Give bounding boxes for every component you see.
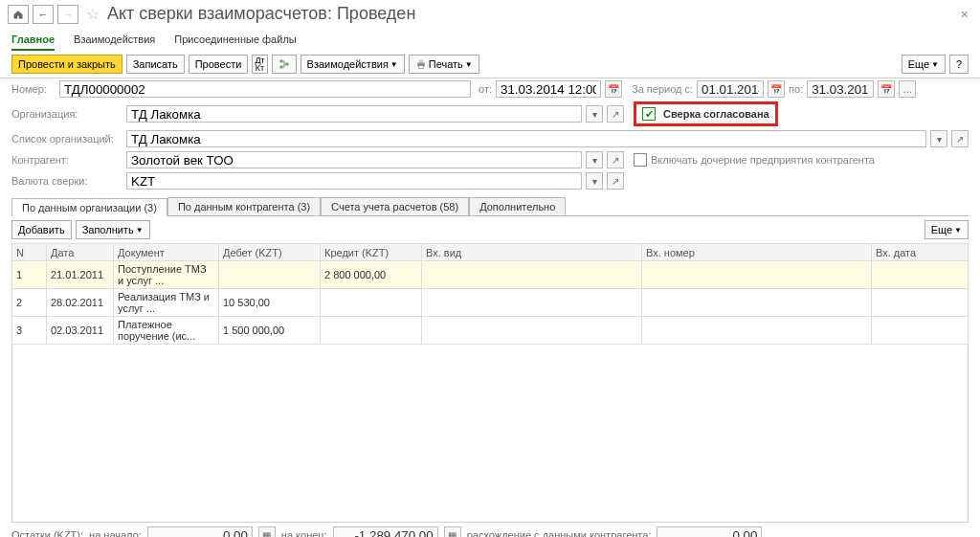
approved-highlight: ✔ Сверка согласована bbox=[634, 101, 778, 126]
table-row[interactable]: 302.03.2011Платежное поручение (ис...1 5… bbox=[12, 317, 969, 345]
page-title: Акт сверки взаиморасчетов: Проведен bbox=[107, 4, 953, 24]
col-in-date[interactable]: Вх. дата bbox=[872, 244, 969, 261]
svg-rect-1 bbox=[279, 66, 282, 69]
diff-label: расхождение с данными контрагента: bbox=[467, 529, 652, 537]
col-in-num[interactable]: Вх. номер bbox=[642, 244, 872, 261]
currency-dropdown-icon[interactable]: ▾ bbox=[586, 172, 603, 190]
back-button[interactable]: ← bbox=[33, 5, 54, 24]
tab-interactions[interactable]: Взаимодействия bbox=[74, 30, 155, 51]
end-label: на конец: bbox=[281, 529, 327, 537]
add-button[interactable]: Добавить bbox=[11, 220, 72, 239]
org-label: Организация: bbox=[11, 108, 122, 120]
period-to-label: по: bbox=[789, 83, 803, 95]
org-list-label: Список организаций: bbox=[11, 133, 122, 145]
post-and-close-button[interactable]: Провести и закрыть bbox=[11, 55, 122, 74]
save-button[interactable]: Записать bbox=[126, 55, 185, 74]
svg-rect-5 bbox=[419, 66, 424, 69]
col-in-type[interactable]: Вх. вид bbox=[422, 244, 642, 261]
post-button[interactable]: Провести bbox=[189, 55, 249, 74]
org-list-input[interactable] bbox=[126, 130, 926, 147]
counterparty-input[interactable] bbox=[126, 151, 582, 168]
counterparty-label: Контрагент: bbox=[11, 154, 122, 166]
more-button[interactable]: Еще▼ bbox=[902, 55, 946, 74]
forward-button[interactable]: → bbox=[57, 5, 78, 24]
subtab-additional[interactable]: Дополнительно bbox=[469, 197, 566, 215]
counterparty-dropdown-icon[interactable]: ▾ bbox=[586, 151, 603, 168]
table-row[interactable]: 121.01.2011Поступление ТМЗ и услуг ...2 … bbox=[12, 261, 969, 289]
number-input[interactable] bbox=[59, 80, 471, 98]
start-balance bbox=[147, 526, 253, 537]
include-children-label: Включать дочерние предприятия контрагент… bbox=[651, 154, 875, 166]
end-calc-icon[interactable]: ▦ bbox=[444, 526, 461, 537]
col-doc[interactable]: Документ bbox=[114, 244, 219, 261]
subtab-accounts[interactable]: Счета учета расчетов (58) bbox=[321, 197, 469, 215]
approved-label: Сверка согласована bbox=[663, 108, 769, 120]
period-from-input[interactable] bbox=[697, 80, 764, 98]
period-to-input[interactable] bbox=[807, 80, 874, 98]
balances-label: Остатки (KZT): bbox=[11, 529, 83, 537]
dt-kt-button[interactable]: ДтКт bbox=[252, 55, 267, 74]
number-label: Номер: bbox=[11, 83, 56, 95]
table-scroll[interactable] bbox=[11, 345, 969, 523]
currency-label: Валюта сверки: bbox=[11, 175, 122, 187]
fill-button[interactable]: Заполнить▼ bbox=[76, 220, 150, 239]
interactions-button[interactable]: Взаимодействия▼ bbox=[301, 55, 405, 74]
end-balance bbox=[333, 526, 438, 537]
svg-rect-0 bbox=[279, 60, 282, 63]
structure-button[interactable] bbox=[272, 55, 297, 74]
main-nav: Главное Взаимодействия Присоединенные фа… bbox=[0, 24, 980, 51]
help-button[interactable]: ? bbox=[949, 55, 969, 74]
diff-balance bbox=[657, 526, 762, 537]
date-input[interactable] bbox=[496, 80, 601, 98]
org-open-icon[interactable]: ↗ bbox=[607, 105, 624, 123]
svg-rect-2 bbox=[285, 63, 288, 66]
svg-rect-4 bbox=[419, 60, 424, 63]
org-input[interactable] bbox=[126, 105, 582, 123]
currency-open-icon[interactable]: ↗ bbox=[607, 172, 624, 190]
include-children-checkbox[interactable] bbox=[634, 153, 647, 167]
col-date[interactable]: Дата bbox=[47, 244, 114, 261]
period-label: За период с: bbox=[632, 83, 693, 95]
period-select-button[interactable]: … bbox=[899, 80, 916, 98]
start-label: на начало: bbox=[89, 529, 142, 537]
approved-checkbox[interactable]: ✔ bbox=[642, 107, 656, 121]
table-row[interactable]: 228.02.2011Реализация ТМЗ и услуг ...10 … bbox=[12, 289, 969, 317]
currency-input[interactable] bbox=[126, 172, 582, 190]
close-icon[interactable]: × bbox=[957, 7, 972, 22]
tab-files[interactable]: Присоединенные файлы bbox=[174, 30, 296, 51]
org-list-open-icon[interactable]: ↗ bbox=[951, 130, 969, 147]
subtable-more-button[interactable]: Еще▼ bbox=[924, 220, 969, 239]
org-dropdown-icon[interactable]: ▾ bbox=[586, 105, 603, 123]
col-debit[interactable]: Дебет (KZT) bbox=[219, 244, 321, 261]
period-from-cal-icon[interactable]: 📅 bbox=[768, 80, 785, 98]
col-credit[interactable]: Кредит (KZT) bbox=[321, 244, 422, 261]
favorite-icon[interactable]: ☆ bbox=[82, 5, 103, 23]
subtab-counterparty-data[interactable]: По данным контрагента (3) bbox=[167, 197, 321, 215]
subtab-org-data[interactable]: По данным организации (3) bbox=[11, 198, 167, 216]
start-calc-icon[interactable]: ▦ bbox=[258, 526, 276, 537]
counterparty-open-icon[interactable]: ↗ bbox=[607, 151, 624, 168]
date-picker-icon[interactable]: 📅 bbox=[605, 80, 622, 98]
from-label: от: bbox=[479, 83, 492, 95]
col-n[interactable]: N bbox=[12, 244, 47, 261]
period-to-cal-icon[interactable]: 📅 bbox=[878, 80, 895, 98]
org-list-dropdown-icon[interactable]: ▾ bbox=[930, 130, 947, 147]
tab-main[interactable]: Главное bbox=[11, 30, 55, 51]
reconciliation-table: N Дата Документ Дебет (KZT) Кредит (KZT)… bbox=[11, 243, 969, 345]
home-button[interactable] bbox=[8, 5, 29, 24]
print-button[interactable]: Печать▼ bbox=[409, 55, 479, 74]
